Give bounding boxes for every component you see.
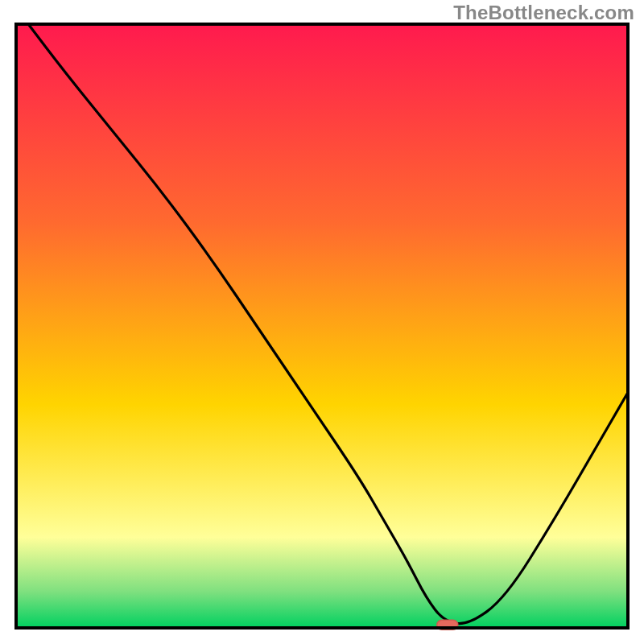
bottleneck-chart xyxy=(0,0,644,644)
plot-background xyxy=(16,24,628,628)
chart-stage: TheBottleneck.com xyxy=(0,0,644,644)
